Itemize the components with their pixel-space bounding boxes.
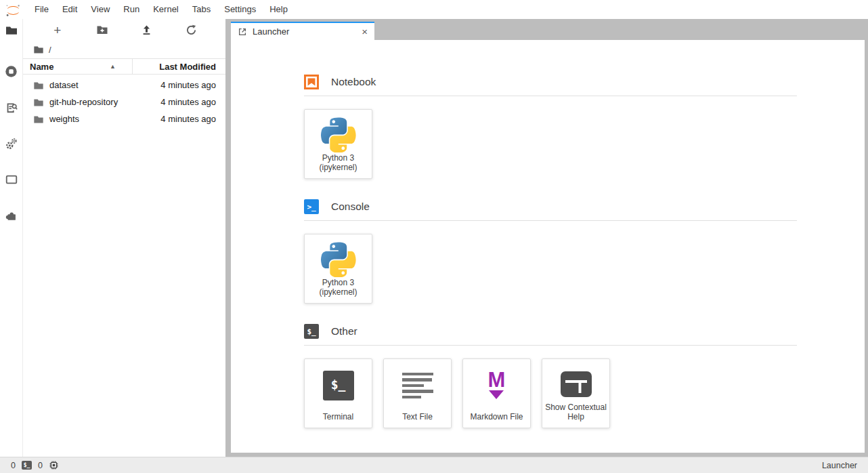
file-modified: 4 minutes ago — [160, 114, 225, 124]
launcher-icon — [238, 27, 247, 37]
breadcrumb-root[interactable]: / — [49, 45, 51, 55]
upload-icon — [141, 24, 152, 36]
notebook-icon — [304, 75, 319, 89]
file-list-header: Name ▲ Last Modified — [23, 58, 225, 75]
sidebar-item-file-browser[interactable] — [0, 19, 22, 42]
launcher-panel: Notebook — [231, 40, 865, 453]
other-section-header: $_ Other — [304, 324, 797, 339]
card-label: Text File — [402, 412, 433, 422]
menu-kernel[interactable]: Kernel — [146, 0, 186, 19]
refresh-button[interactable] — [182, 21, 200, 39]
gears-icon — [5, 137, 18, 150]
launcher-card-show-contextual-help[interactable]: Show Contextual Help — [542, 358, 610, 428]
launcher-card-notebook-python3[interactable]: Python 3 (ipykernel) — [304, 109, 372, 179]
notebook-section-header: Notebook — [304, 75, 797, 89]
terminal-icon: $_ — [304, 324, 319, 339]
sidebar-item-inspector[interactable] — [0, 96, 22, 119]
menu-view[interactable]: View — [84, 0, 116, 19]
refresh-icon — [186, 24, 197, 36]
section-divider — [304, 96, 797, 96]
plus-icon: + — [53, 24, 61, 37]
menu-edit[interactable]: Edit — [56, 0, 84, 19]
status-mode-label[interactable]: Launcher — [822, 461, 857, 470]
file-name: git-hub-repository — [49, 97, 118, 107]
sidebar-item-extension-manager[interactable] — [0, 204, 22, 227]
file-modified: 4 minutes ago — [160, 97, 225, 107]
menu-bar: File Edit View Run Kernel Tabs Settings … — [0, 0, 868, 19]
console-icon: >_ — [304, 199, 319, 214]
new-folder-button[interactable] — [93, 21, 111, 39]
text-file-icon — [402, 373, 433, 399]
card-label: Terminal — [323, 412, 353, 422]
card-label: Show Contextual Help — [545, 403, 607, 422]
file-name: dataset — [49, 80, 79, 90]
kernels-count[interactable]: 0 — [38, 461, 43, 470]
kernel-chip-icon[interactable] — [49, 460, 59, 470]
folder-icon — [5, 24, 18, 37]
file-list: dataset 4 minutes ago git-hub-repository… — [23, 75, 225, 127]
section-title: Other — [331, 325, 357, 337]
sidebar-item-open-tabs[interactable] — [0, 168, 22, 191]
python-logo-icon — [321, 117, 356, 153]
card-label: Python 3 (ipykernel) — [319, 278, 357, 297]
menu-help[interactable]: Help — [263, 0, 295, 19]
contextual-help-icon — [560, 371, 592, 398]
main-dock-panel: Launcher × Notebook — [225, 19, 868, 457]
tabs-icon — [5, 173, 18, 186]
folder-icon — [33, 80, 44, 91]
home-folder-icon[interactable] — [33, 44, 44, 55]
jupyter-logo-icon — [5, 3, 21, 18]
launcher-card-console-python3[interactable]: Python 3 (ipykernel) — [304, 234, 372, 304]
new-folder-icon — [96, 24, 108, 36]
status-bar: 0 $_ 0 Launcher — [0, 457, 868, 473]
terminal-icon: $_ — [323, 371, 354, 400]
file-browser-panel: + / Name ▲ — [23, 19, 225, 457]
running-sessions-icon — [4, 64, 18, 79]
file-browser-toolbar: + — [23, 19, 225, 41]
launcher-card-text-file[interactable]: Text File — [383, 358, 452, 428]
menu-settings[interactable]: Settings — [217, 0, 263, 19]
column-header-name[interactable]: Name ▲ — [23, 59, 132, 74]
folder-icon — [33, 114, 44, 125]
python-logo-icon — [321, 241, 356, 278]
sidebar-item-settings[interactable] — [0, 132, 22, 155]
puzzle-icon — [5, 209, 18, 222]
launcher-card-terminal[interactable]: $_ Terminal — [304, 358, 372, 428]
sidebar-item-running-sessions[interactable] — [0, 60, 22, 83]
section-divider — [304, 220, 797, 221]
document-search-icon — [5, 100, 18, 114]
terminal-icon[interactable]: $_ — [22, 461, 32, 470]
tab-label: Launcher — [253, 26, 289, 37]
markdown-icon: M — [488, 372, 506, 400]
folder-icon — [33, 97, 44, 108]
console-section-header: >_ Console — [304, 199, 797, 214]
tab-launcher[interactable]: Launcher × — [231, 22, 374, 40]
menu-run[interactable]: Run — [116, 0, 146, 19]
terminals-count[interactable]: 0 — [11, 461, 16, 470]
card-label: Markdown File — [470, 412, 523, 422]
breadcrumb: / — [23, 41, 225, 58]
name-column-label: Name — [30, 62, 53, 72]
sort-ascending-icon: ▲ — [110, 63, 116, 70]
file-row-dataset[interactable]: dataset 4 minutes ago — [23, 77, 225, 94]
file-row-weights[interactable]: weights 4 minutes ago — [23, 110, 225, 127]
left-activity-bar — [0, 19, 23, 457]
section-title: Console — [331, 201, 370, 213]
file-name: weights — [49, 114, 79, 124]
close-icon[interactable]: × — [362, 26, 368, 37]
tab-bar: Launcher × — [225, 19, 868, 40]
file-row-git-hub-repository[interactable]: git-hub-repository 4 minutes ago — [23, 94, 225, 110]
upload-button[interactable] — [137, 21, 155, 39]
launcher-card-markdown-file[interactable]: M Markdown File — [462, 358, 531, 428]
card-label: Python 3 (ipykernel) — [319, 153, 357, 173]
modified-column-label: Last Modified — [159, 62, 216, 72]
file-modified: 4 minutes ago — [160, 80, 225, 90]
menu-tabs[interactable]: Tabs — [186, 0, 217, 19]
menu-file[interactable]: File — [28, 0, 56, 19]
column-header-modified[interactable]: Last Modified — [132, 59, 225, 74]
new-launcher-button[interactable]: + — [49, 21, 66, 39]
section-title: Notebook — [331, 76, 376, 88]
section-divider — [304, 345, 797, 346]
